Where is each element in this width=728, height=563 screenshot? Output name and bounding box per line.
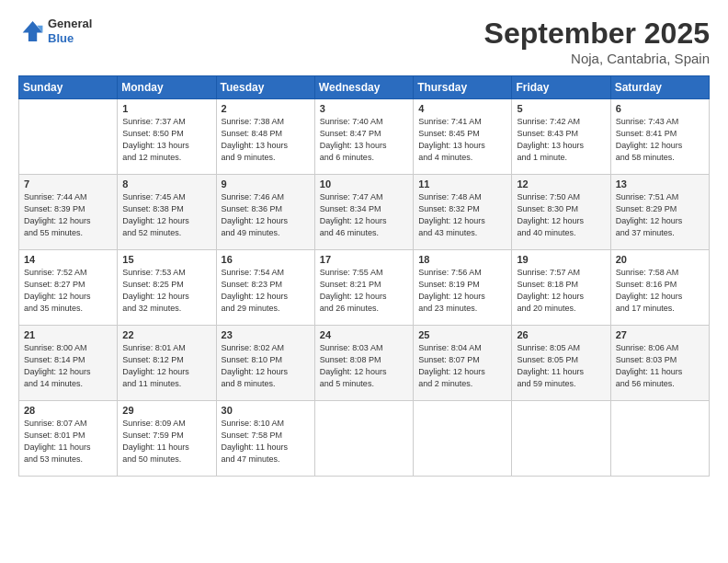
calendar-cell: 17Sunrise: 7:55 AM Sunset: 8:21 PM Dayli…	[314, 250, 413, 326]
day-number: 26	[517, 329, 605, 340]
day-number: 24	[320, 329, 408, 340]
title-area: September 2025 Noja, Cantabria, Spain	[484, 17, 710, 66]
calendar-cell: 14Sunrise: 7:52 AM Sunset: 8:27 PM Dayli…	[19, 250, 118, 326]
day-number: 12	[517, 178, 605, 190]
day-number: 11	[418, 178, 506, 190]
day-number: 17	[320, 254, 408, 265]
calendar-cell: 23Sunrise: 8:02 AM Sunset: 8:10 PM Dayli…	[216, 326, 314, 401]
calendar-cell: 22Sunrise: 8:01 AM Sunset: 8:12 PM Dayli…	[118, 326, 216, 401]
cell-info: Sunrise: 8:00 AM Sunset: 8:14 PM Dayligh…	[24, 342, 112, 390]
calendar-table: SundayMondayTuesdayWednesdayThursdayFrid…	[18, 75, 710, 477]
calendar-cell: 5Sunrise: 7:42 AM Sunset: 8:43 PM Daylig…	[512, 99, 610, 175]
calendar-cell: 18Sunrise: 7:56 AM Sunset: 8:19 PM Dayli…	[414, 250, 512, 326]
day-header-monday: Monday	[118, 76, 216, 99]
day-header-thursday: Thursday	[414, 76, 512, 99]
cell-info: Sunrise: 7:46 AM Sunset: 8:36 PM Dayligh…	[222, 191, 310, 239]
calendar-cell: 8Sunrise: 7:45 AM Sunset: 8:38 PM Daylig…	[118, 175, 216, 250]
cell-info: Sunrise: 8:03 AM Sunset: 8:08 PM Dayligh…	[320, 342, 408, 390]
calendar-cell: 1Sunrise: 7:37 AM Sunset: 8:50 PM Daylig…	[118, 99, 216, 175]
calendar-cell	[314, 401, 413, 477]
calendar-cell: 28Sunrise: 8:07 AM Sunset: 8:01 PM Dayli…	[19, 401, 118, 477]
cell-info: Sunrise: 7:47 AM Sunset: 8:34 PM Dayligh…	[320, 191, 408, 239]
calendar-cell: 16Sunrise: 7:54 AM Sunset: 8:23 PM Dayli…	[216, 250, 314, 326]
week-row-4: 28Sunrise: 8:07 AM Sunset: 8:01 PM Dayli…	[19, 401, 710, 477]
calendar-cell: 19Sunrise: 7:57 AM Sunset: 8:18 PM Dayli…	[512, 250, 610, 326]
week-row-2: 14Sunrise: 7:52 AM Sunset: 8:27 PM Dayli…	[19, 250, 710, 326]
calendar-cell: 13Sunrise: 7:51 AM Sunset: 8:29 PM Dayli…	[610, 175, 709, 250]
cell-info: Sunrise: 8:07 AM Sunset: 8:01 PM Dayligh…	[24, 418, 112, 465]
month-title: September 2025	[484, 17, 710, 51]
cell-info: Sunrise: 8:05 AM Sunset: 8:05 PM Dayligh…	[517, 342, 605, 390]
cell-info: Sunrise: 8:01 AM Sunset: 8:12 PM Dayligh…	[122, 342, 210, 390]
calendar-cell: 2Sunrise: 7:38 AM Sunset: 8:48 PM Daylig…	[216, 99, 314, 175]
day-number: 3	[320, 103, 408, 114]
cell-info: Sunrise: 8:09 AM Sunset: 7:59 PM Dayligh…	[122, 418, 210, 465]
calendar-cell: 6Sunrise: 7:43 AM Sunset: 8:41 PM Daylig…	[610, 99, 709, 175]
calendar-cell: 25Sunrise: 8:04 AM Sunset: 8:07 PM Dayli…	[414, 326, 512, 401]
day-header-friday: Friday	[512, 76, 610, 99]
calendar-cell: 26Sunrise: 8:05 AM Sunset: 8:05 PM Dayli…	[512, 326, 610, 401]
calendar-cell	[512, 401, 610, 477]
day-number: 14	[24, 254, 112, 265]
cell-info: Sunrise: 7:40 AM Sunset: 8:47 PM Dayligh…	[320, 116, 408, 164]
day-number: 8	[122, 178, 210, 190]
cell-info: Sunrise: 7:50 AM Sunset: 8:30 PM Dayligh…	[517, 191, 605, 239]
cell-info: Sunrise: 7:53 AM Sunset: 8:25 PM Dayligh…	[122, 267, 210, 315]
cell-info: Sunrise: 8:02 AM Sunset: 8:10 PM Dayligh…	[222, 342, 310, 390]
cell-info: Sunrise: 7:37 AM Sunset: 8:50 PM Dayligh…	[122, 116, 210, 164]
day-number: 6	[616, 103, 704, 114]
cell-info: Sunrise: 7:38 AM Sunset: 8:48 PM Dayligh…	[222, 116, 310, 164]
day-header-saturday: Saturday	[610, 76, 709, 99]
calendar-cell: 15Sunrise: 7:53 AM Sunset: 8:25 PM Dayli…	[118, 250, 216, 326]
calendar-cell: 27Sunrise: 8:06 AM Sunset: 8:03 PM Dayli…	[610, 326, 709, 401]
cell-info: Sunrise: 7:41 AM Sunset: 8:45 PM Dayligh…	[418, 116, 506, 164]
calendar-cell: 7Sunrise: 7:44 AM Sunset: 8:39 PM Daylig…	[19, 175, 118, 250]
calendar-cell	[414, 401, 512, 477]
cell-info: Sunrise: 7:58 AM Sunset: 8:16 PM Dayligh…	[616, 267, 704, 315]
cell-info: Sunrise: 7:55 AM Sunset: 8:21 PM Dayligh…	[320, 267, 408, 315]
cell-info: Sunrise: 7:42 AM Sunset: 8:43 PM Dayligh…	[517, 116, 605, 164]
cell-info: Sunrise: 7:48 AM Sunset: 8:32 PM Dayligh…	[418, 191, 506, 239]
day-number: 16	[222, 254, 310, 265]
calendar-cell: 10Sunrise: 7:47 AM Sunset: 8:34 PM Dayli…	[314, 175, 413, 250]
calendar-cell	[19, 99, 118, 175]
calendar-cell: 21Sunrise: 8:00 AM Sunset: 8:14 PM Dayli…	[19, 326, 118, 401]
cell-info: Sunrise: 8:10 AM Sunset: 7:58 PM Dayligh…	[222, 418, 310, 465]
day-number: 13	[616, 178, 704, 190]
day-header-tuesday: Tuesday	[216, 76, 314, 99]
cell-info: Sunrise: 7:57 AM Sunset: 8:18 PM Dayligh…	[517, 267, 605, 315]
day-number: 23	[222, 329, 310, 340]
day-number: 4	[418, 103, 506, 114]
week-row-0: 1Sunrise: 7:37 AM Sunset: 8:50 PM Daylig…	[19, 99, 710, 175]
cell-info: Sunrise: 7:43 AM Sunset: 8:41 PM Dayligh…	[616, 116, 704, 164]
day-number: 21	[24, 329, 112, 340]
day-number: 1	[122, 103, 210, 114]
location-title: Noja, Cantabria, Spain	[484, 51, 710, 66]
cell-info: Sunrise: 8:06 AM Sunset: 8:03 PM Dayligh…	[616, 342, 704, 390]
calendar-cell: 9Sunrise: 7:46 AM Sunset: 8:36 PM Daylig…	[216, 175, 314, 250]
calendar-cell	[610, 401, 709, 477]
day-number: 30	[222, 405, 310, 416]
logo-icon	[18, 18, 44, 44]
logo-text: General Blue	[48, 17, 92, 45]
day-number: 10	[320, 178, 408, 190]
cell-info: Sunrise: 7:54 AM Sunset: 8:23 PM Dayligh…	[222, 267, 310, 315]
calendar-cell: 4Sunrise: 7:41 AM Sunset: 8:45 PM Daylig…	[414, 99, 512, 175]
svg-marker-0	[23, 21, 43, 41]
day-number: 7	[24, 178, 112, 190]
day-number: 29	[122, 405, 210, 416]
cell-info: Sunrise: 7:56 AM Sunset: 8:19 PM Dayligh…	[418, 267, 506, 315]
day-number: 27	[616, 329, 704, 340]
page: General Blue September 2025 Noja, Cantab…	[0, 0, 728, 563]
header: General Blue September 2025 Noja, Cantab…	[18, 17, 710, 66]
day-number: 2	[222, 103, 310, 114]
calendar-cell: 24Sunrise: 8:03 AM Sunset: 8:08 PM Dayli…	[314, 326, 413, 401]
day-header-sunday: Sunday	[19, 76, 118, 99]
calendar-cell: 3Sunrise: 7:40 AM Sunset: 8:47 PM Daylig…	[314, 99, 413, 175]
week-row-1: 7Sunrise: 7:44 AM Sunset: 8:39 PM Daylig…	[19, 175, 710, 250]
calendar-cell: 30Sunrise: 8:10 AM Sunset: 7:58 PM Dayli…	[216, 401, 314, 477]
calendar-cell: 29Sunrise: 8:09 AM Sunset: 7:59 PM Dayli…	[118, 401, 216, 477]
week-row-3: 21Sunrise: 8:00 AM Sunset: 8:14 PM Dayli…	[19, 326, 710, 401]
day-number: 5	[517, 103, 605, 114]
day-number: 19	[517, 254, 605, 265]
